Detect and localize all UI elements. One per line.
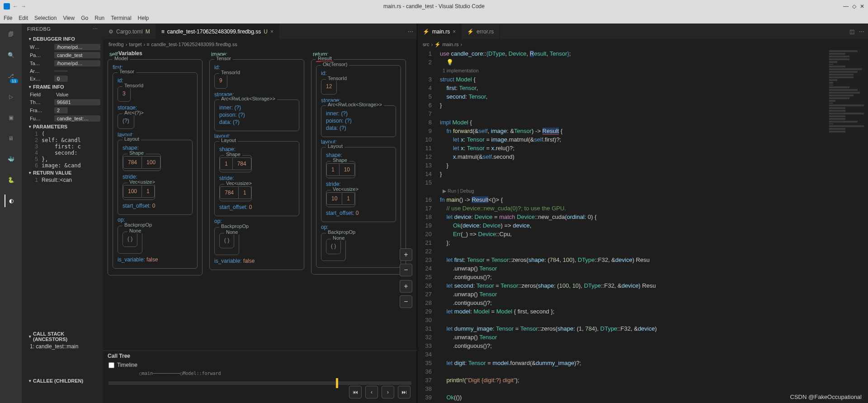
frame-th: Th… [30, 100, 52, 105]
watermark: CSDN @FakeOccupational [790, 394, 862, 400]
sec-return-value[interactable]: RETURN VALUE [33, 170, 71, 175]
menu-terminal[interactable]: Terminal [111, 15, 131, 21]
maximize-icon[interactable]: ◇ [852, 3, 856, 9]
menu-edit[interactable]: Edit [19, 15, 28, 21]
self-arcv: (?) [123, 118, 129, 124]
return-tid: TensorId [326, 76, 349, 81]
image-paren: ( ) [224, 237, 229, 243]
call-tree: Call Tree Timeline ○main──────────○Model… [103, 351, 417, 403]
image-isv: is_variable: [214, 258, 242, 264]
tab-main[interactable]: ⚡main.rs× [417, 24, 462, 39]
tab-cargo-label: Cargo.toml [116, 28, 143, 35]
split-icon[interactable]: ◫ [849, 28, 854, 35]
tab-main-label: main.rs [432, 28, 450, 35]
more-icon[interactable]: ⋯ [859, 28, 864, 35]
image-arc: Arc<RwLock<Storage>> [219, 96, 277, 101]
dbg-ev: 0 [54, 76, 68, 82]
sec-call-stack[interactable]: CALL STACK (ANCESTORS) [33, 331, 99, 342]
dbg-t: Ta… [30, 61, 52, 66]
menu-bar: File Edit Selection View Go Run Terminal… [0, 13, 868, 24]
image-none: None [224, 229, 240, 235]
image-so: start_offset: [219, 204, 247, 210]
code-editor[interactable]: 1use candle_core::{DType, Device, Result… [417, 49, 868, 403]
search-icon[interactable]: 🔍 [5, 49, 17, 62]
sec-frame-info[interactable]: FRAME INFO [33, 84, 64, 90]
prev-button[interactable]: ‹ [365, 386, 378, 398]
sec-debugger-info[interactable]: DEBUGGER INFO [33, 36, 75, 42]
zoom-out-button-2[interactable]: − [400, 295, 412, 308]
return-tidv: 12 [326, 83, 332, 90]
zoom-in-button-2[interactable]: + [400, 280, 412, 293]
zoom-in-button[interactable]: + [400, 248, 412, 261]
menu-run[interactable]: Run [94, 15, 104, 21]
image-poisonv: (?) [238, 112, 245, 118]
minimap[interactable] [827, 49, 868, 403]
self-s1: 100 [123, 185, 142, 198]
zoom-out-button[interactable]: − [400, 264, 412, 276]
timeline-checkbox[interactable] [108, 362, 114, 368]
return-arc: Arc<RwLock<Storage>> [326, 102, 384, 107]
breadcrumb-left[interactable]: firedbg › target › ≡ candle_test-1706252… [103, 39, 417, 49]
self-sh: Shape [127, 150, 146, 156]
self-sov: 0 [152, 203, 156, 209]
image-sov: 0 [249, 204, 252, 210]
tab-error[interactable]: ⚡error.rs [462, 24, 500, 39]
slider-handle[interactable] [336, 378, 338, 388]
sidebar: FIREDBG⋯ ▾DEBUGGER INFO W…/home/pd… Pa…c… [22, 24, 103, 403]
menu-help[interactable]: Help [138, 15, 149, 21]
tabs-right: ⚡main.rs× ⚡error.rs ◫⋯ [417, 24, 868, 39]
return-innerv: (?) [341, 110, 348, 117]
explorer-icon[interactable]: 🗐 [5, 28, 17, 41]
file-icon: ≡ [161, 28, 165, 35]
timeline-label: Timeline [117, 362, 137, 368]
image-tidv: 9 [219, 77, 222, 84]
dbg-w: W… [30, 44, 52, 50]
last-button[interactable]: ⏭ [398, 386, 410, 398]
more-icon[interactable]: ⋯ [93, 26, 98, 32]
image-sh: Shape [224, 152, 242, 157]
next-button[interactable]: › [382, 386, 394, 398]
tab-cargo[interactable]: ⚙Cargo.toml M [103, 24, 156, 39]
image-data: data: [219, 119, 231, 125]
sec-callee[interactable]: CALLEE (CHILDREN) [33, 378, 83, 384]
self-model: Model [113, 56, 130, 61]
menu-file[interactable]: File [4, 15, 12, 21]
return-sh1: 1 [326, 163, 340, 176]
python-icon[interactable]: 🐍 [5, 174, 17, 186]
close-icon[interactable]: ✕ [860, 3, 864, 9]
dbg-p: Pa… [30, 52, 52, 58]
graph-view[interactable]: Variables self: Model first: Tensor id: … [103, 49, 417, 403]
menu-view[interactable]: View [63, 15, 75, 21]
tab-close-icon[interactable]: × [453, 28, 456, 35]
callstack-item[interactable]: 1: candle_test::main [30, 343, 78, 350]
dbg-wv: /home/pd… [54, 44, 100, 50]
menu-go[interactable]: Go [81, 15, 88, 21]
self-sh2: 100 [142, 156, 160, 169]
breadcrumb-right[interactable]: src › ⚡ main.rs › [417, 39, 868, 49]
arrow-left-icon[interactable]: ← [13, 3, 18, 9]
timeline-slider[interactable] [108, 381, 411, 385]
minimize-icon[interactable]: — [843, 3, 849, 9]
docker-icon[interactable]: 🐳 [5, 153, 17, 166]
return-inner: inner: [326, 110, 340, 117]
sec-parameters[interactable]: PARAMETERS [33, 124, 67, 129]
self-vu: Vec<usize> [127, 179, 157, 185]
return-vu: Vec<usize> [331, 186, 360, 192]
source-control-icon[interactable]: ⎇11 [5, 70, 17, 82]
tabs-left: ⚙Cargo.toml M ≡candle_test-1706252483099… [103, 24, 417, 39]
menu-selection[interactable]: Selection [34, 15, 57, 21]
extensions-icon[interactable]: ▣ [5, 111, 17, 124]
arrow-right-icon[interactable]: → [21, 3, 26, 9]
return-data: data: [326, 125, 338, 131]
remote-icon[interactable]: 🖥 [5, 132, 17, 145]
more-icon[interactable]: ⋯ [404, 24, 417, 39]
image-sh1: 1 [220, 157, 233, 170]
firedbg-icon[interactable]: ◐ [5, 194, 17, 207]
tab-firedbg[interactable]: ≡candle_test-1706252483099.firedbg.ss U× [156, 24, 279, 39]
first-button[interactable]: ⏮ [349, 386, 362, 398]
tab-close-icon[interactable]: × [270, 28, 274, 35]
dbg-tv: /home/pd… [54, 60, 100, 66]
run-debug-icon[interactable]: ▷ [5, 90, 17, 103]
rust-icon: ⚡ [423, 28, 429, 35]
dbg-e: Ex… [30, 76, 52, 81]
